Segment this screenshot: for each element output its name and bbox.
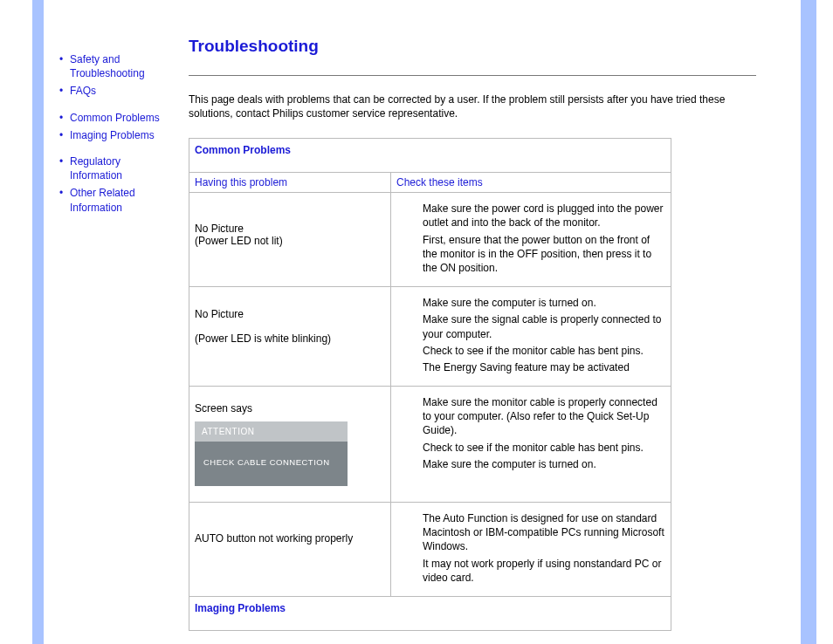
problem-text: AUTO button not working properly xyxy=(195,532,353,545)
section-title-imaging-problems: Imaging Problems xyxy=(189,597,671,631)
link-other-related[interactable]: Other Related Information xyxy=(70,187,135,213)
solution-item: The Energy Saving feature may be activat… xyxy=(423,360,665,374)
solution-item: Make sure the monitor cable is properly … xyxy=(423,395,665,438)
solution-item: Make sure the power cord is plugged into… xyxy=(423,202,665,230)
link-common-problems[interactable]: Common Problems xyxy=(70,112,160,124)
solution-item: Make sure the computer is turned on. xyxy=(423,457,665,471)
table-row: No Picture (Power LED is white blinking)… xyxy=(189,287,671,387)
solution-cell: Make sure the power cord is plugged into… xyxy=(391,193,671,287)
attention-message: CHECK CABLE CONNECTION xyxy=(195,442,348,486)
problem-cell-auto-button: AUTO button not working properly xyxy=(189,503,391,597)
attention-label: ATTENTION xyxy=(195,421,348,442)
solution-item: Check to see if the monitor cable has be… xyxy=(423,441,665,455)
section-title-common-problems: Common Problems xyxy=(189,139,671,173)
page-root: Safety and Troubleshooting FAQs Common P… xyxy=(0,0,833,644)
attention-graphic: ATTENTION CHECK CABLE CONNECTION xyxy=(195,421,348,486)
sidebar-item-safety[interactable]: Safety and Troubleshooting xyxy=(59,52,171,80)
col-head-check: Check these items xyxy=(391,173,671,193)
solution-cell: The Auto Function is designed for use on… xyxy=(391,503,671,597)
sidebar-nav: Safety and Troubleshooting FAQs Common P… xyxy=(59,52,171,218)
problem-text: No Picture xyxy=(195,223,244,235)
link-safety[interactable]: Safety and Troubleshooting xyxy=(70,53,145,79)
table-row: AUTO button not working properly The Aut… xyxy=(189,503,671,597)
solution-item: It may not work properly if using nonsta… xyxy=(423,557,665,585)
section-row-imaging: Imaging Problems xyxy=(189,597,671,631)
page-title: Troubleshooting xyxy=(189,37,791,56)
solution-item: Make sure the signal cable is properly c… xyxy=(423,312,665,340)
table-row: No Picture (Power LED not lit) Make sure… xyxy=(189,193,671,287)
solution-cell: Make sure the monitor cable is properly … xyxy=(391,387,671,503)
link-faqs[interactable]: FAQs xyxy=(70,85,96,97)
sidebar-item-regulatory[interactable]: Regulatory Information xyxy=(59,154,171,182)
sidebar-item-imaging-problems[interactable]: Imaging Problems xyxy=(59,128,171,142)
solution-cell: Make sure the computer is turned on. Mak… xyxy=(391,287,671,387)
problem-text-sub: (Power LED is white blinking) xyxy=(195,332,331,345)
link-regulatory[interactable]: Regulatory Information xyxy=(70,155,122,182)
sidebar-item-other-related[interactable]: Other Related Information xyxy=(59,186,171,214)
sidebar-item-faqs[interactable]: FAQs xyxy=(59,84,171,98)
intro-paragraph: This page deals with problems that can b… xyxy=(189,93,756,120)
solution-item: First, ensure that the power button on t… xyxy=(423,233,665,276)
problem-cell-no-picture-blink: No Picture (Power LED is white blinking) xyxy=(189,287,391,387)
decor-bar-left xyxy=(32,0,44,644)
solution-item: The Auto Function is designed for use on… xyxy=(423,511,665,554)
col-head-problem: Having this problem xyxy=(189,173,391,193)
table-row: Screen says ATTENTION CHECK CABLE CONNEC… xyxy=(189,387,671,503)
troubleshooting-table: Common Problems Having this problem Chec… xyxy=(189,138,671,631)
sidebar-item-common-problems[interactable]: Common Problems xyxy=(59,111,171,125)
link-imaging-problems[interactable]: Imaging Problems xyxy=(70,129,155,141)
problem-cell-no-picture-led-off: No Picture (Power LED not lit) xyxy=(189,193,391,287)
problem-cell-screen-says: Screen says ATTENTION CHECK CABLE CONNEC… xyxy=(189,387,391,503)
header-row: Having this problem Check these items xyxy=(189,173,671,193)
main-content: Troubleshooting This page deals with pro… xyxy=(189,37,791,631)
title-rule xyxy=(189,75,756,76)
decor-bar-right xyxy=(801,0,816,644)
section-row-common: Common Problems xyxy=(189,139,671,173)
problem-text: Screen says xyxy=(195,402,252,414)
problem-text-sub: (Power LED not lit) xyxy=(195,235,283,247)
solution-item: Check to see if the monitor cable has be… xyxy=(423,344,665,358)
solution-item: Make sure the computer is turned on. xyxy=(423,296,665,310)
problem-text: No Picture xyxy=(195,308,244,320)
